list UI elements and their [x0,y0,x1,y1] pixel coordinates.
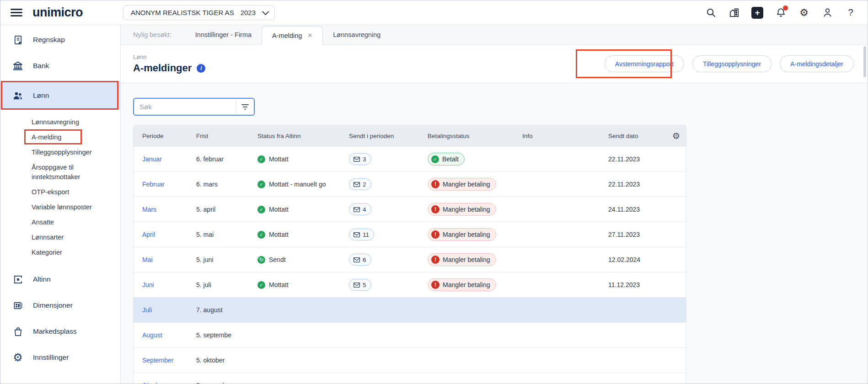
sidebar-subitem-variable-lonnsposter[interactable]: Variable lønnsposter [32,203,107,212]
col-header-frist[interactable]: Frist [196,133,257,139]
sidebar-subitem-arsoppgave[interactable]: Årsoppgave til inntektsmottaker [32,163,107,182]
sidebar-subitem-kategorier[interactable]: Kategorier [32,248,107,257]
sidebar-item-lonn[interactable]: Lønn [0,82,120,109]
table-row[interactable]: Mai 5. juni ↻Sendt 6 !Mangler betaling 1… [134,247,686,272]
sent-count-badge[interactable]: 5 [349,279,371,291]
altinn-icon [12,274,24,285]
period-link[interactable]: Mai [142,256,153,263]
period-link[interactable]: April [142,231,155,238]
sidebar-item-bank[interactable]: Bank [0,56,120,76]
main-area: Nylig besøkt: Innstillinger - Firma A-me… [121,25,868,384]
close-icon[interactable]: ✕ [307,32,312,39]
search-icon[interactable] [705,7,717,19]
col-header-betalingsstatus[interactable]: Betalingsstatus [428,133,522,139]
add-new-button[interactable]: + [751,7,763,19]
payment-status-badge: !Mangler betaling [428,253,496,266]
sent-count-badge[interactable]: 3 [349,153,371,165]
user-profile-icon[interactable] [821,7,833,19]
sidebar-item-regnskap[interactable]: Regnskap [0,30,120,50]
company-building-icon[interactable] [728,7,740,19]
help-icon[interactable]: ? [845,7,857,19]
lonn-submenu: Lønnsavregning A-melding Tilleggsopplysn… [0,117,120,257]
table-row[interactable]: April 5. mai ✓Mottatt 11 !Mangler betali… [134,222,686,247]
period-link[interactable]: Januar [142,155,162,163]
period-link[interactable]: Oktober [142,382,165,384]
gear-icon: ⚙ [12,352,24,363]
tab-innstillinger-firma[interactable]: Innstillinger - Firma [185,31,262,38]
period-link[interactable]: Februar [142,181,165,188]
search-input[interactable] [134,103,236,111]
sidebar-subitem-tilleggsopplysninger[interactable]: Tilleggsopplysninger [32,148,107,157]
exclamation-circle-icon: ! [431,180,439,188]
table-row[interactable]: Oktober 5. november [134,373,686,384]
sidebar-item-altinn[interactable]: Altinn [0,269,120,289]
envelope-icon [353,207,360,213]
sent-count: 5 [363,282,366,288]
column-settings-gear-icon[interactable]: ⚙ [672,131,686,141]
sidebar-item-innstillinger[interactable]: ⚙ Innstillinger [0,347,120,368]
sidebar-item-label: Markedsplass [33,327,77,336]
envelope-icon [353,181,360,187]
scrollbar-thumb[interactable] [863,46,866,77]
frist-cell: 5. november [196,382,257,384]
frist-cell: 5. juli [196,281,257,288]
sidebar-subitem-amelding[interactable]: A-melding [32,133,107,142]
table-row[interactable]: September 5. oktober [134,347,686,373]
status-text: Sendt [269,256,286,263]
frist-cell: 5. septembe [196,331,257,339]
ameldingsdetaljer-button[interactable]: A-meldingsdetaljer [780,55,854,72]
filter-icon[interactable] [236,99,254,115]
table-row-selected[interactable]: Juli 7. august [134,297,686,322]
settings-gear-icon[interactable]: ⚙ [798,7,810,19]
tab-label: A-melding [272,32,302,39]
hamburger-menu-icon[interactable] [11,9,22,16]
period-link[interactable]: September [142,357,173,364]
sidebar-item-label: Altinn [33,275,51,283]
tab-amelding[interactable]: A-melding ✕ [262,26,323,45]
sidebar-subitem-lonnsarter[interactable]: Lønnsarter [32,233,107,242]
notifications-bell-icon[interactable] [775,7,787,19]
tab-lonnsavregning[interactable]: Lønnsavregning [323,31,391,38]
period-link[interactable]: Mars [142,206,156,213]
frist-cell: 5. april [196,206,257,213]
sent-count: 2 [363,181,366,188]
sent-count-badge[interactable]: 2 [349,178,371,190]
sent-count-badge[interactable]: 11 [349,229,374,240]
avstemmingsrapport-button[interactable]: Avstemmingsrapport [605,55,684,72]
period-link[interactable]: Juli [142,306,152,314]
company-selector[interactable]: ANONYM REALISTSK TIGER AS 2023 [123,5,275,20]
col-header-periode[interactable]: Periode [134,133,196,139]
period-link[interactable]: August [142,331,162,339]
breadcrumb: Lønn [133,53,205,60]
status-text: Mottatt - manuelt go [269,181,326,188]
col-header-info[interactable]: Info [522,133,608,139]
ledger-icon [12,35,24,45]
table-row[interactable]: Juni 5. juli ✓Mottatt 5 !Mangler betalin… [134,272,686,297]
table-header-row: Periode Frist Status fra Altinn Sendt i … [134,125,686,146]
table-row[interactable]: Januar 6. februar ✓Mottatt 3 ✓Betalt 22.… [134,146,686,171]
table-row[interactable]: Mars 5. april ✓Mottatt 4 !Mangler betali… [134,197,686,222]
sidebar-subitem-otp-eksport[interactable]: OTP-eksport [32,187,107,197]
info-icon[interactable]: i [197,64,205,73]
period-link[interactable]: Juni [142,281,154,288]
table-row[interactable]: Februar 6. mars ✓Mottatt - manuelt go 2 … [134,171,686,197]
sent-count-badge[interactable]: 6 [349,254,371,266]
company-name: ANONYM REALISTSK TIGER AS [131,9,234,16]
col-header-sendt-dato[interactable]: Sendt dato [608,133,672,139]
sidebar-subitem-lonnsavregning[interactable]: Lønnsavregning [32,117,107,127]
sidebar-subitem-ansatte[interactable]: Ansatte [32,218,107,227]
payment-status-badge: !Mangler betaling [428,228,496,241]
payment-status-badge: !Mangler betaling [428,278,496,291]
table-row[interactable]: August 5. septembe [134,322,686,347]
col-header-status[interactable]: Status fra Altinn [257,133,349,139]
col-header-sendt[interactable]: Sendt i perioden [349,133,428,139]
sidebar-item-markedsplass[interactable]: Markedsplass [0,321,120,341]
recently-visited-label: Nylig besøkt: [133,31,171,38]
sent-count: 4 [363,206,366,213]
envelope-icon [353,232,360,238]
sidebar-item-dimensjoner[interactable]: Dimensjoner [0,295,120,315]
unimicro-logo: unimicro [32,5,83,20]
recent-tabs-bar: Nylig besøkt: Innstillinger - Firma A-me… [121,25,868,45]
sent-count-badge[interactable]: 4 [349,203,371,215]
tilleggsopplysninger-button[interactable]: Tilleggsopplysninger [692,55,772,72]
